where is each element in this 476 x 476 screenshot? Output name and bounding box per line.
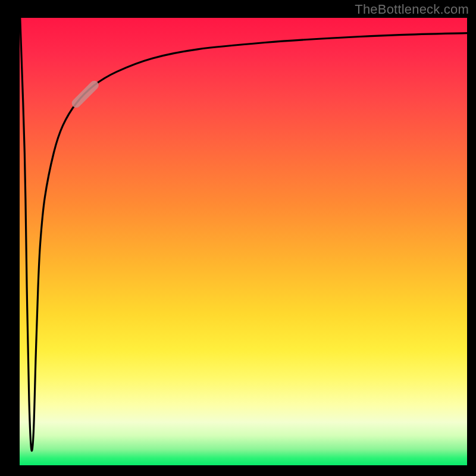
attribution-text: TheBottleneck.com (355, 2, 469, 17)
x-axis (18, 465, 467, 467)
bottleneck-curve-path (20, 18, 467, 451)
plot-area (18, 18, 467, 467)
curve-svg (18, 18, 467, 467)
y-axis (18, 18, 20, 467)
marker-segment (76, 85, 94, 103)
